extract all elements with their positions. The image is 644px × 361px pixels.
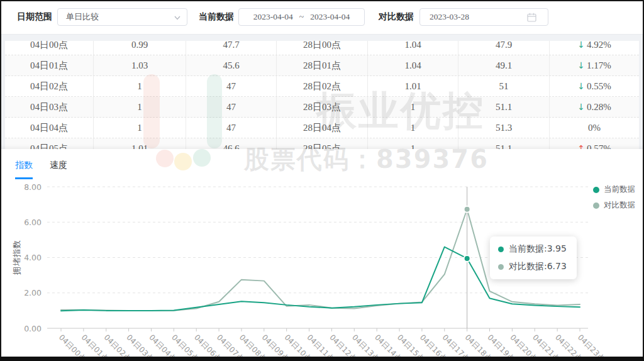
y-tick-label: 2.00 (24, 288, 42, 297)
compare-hour-cell: 28日00点 (277, 41, 368, 55)
range-separator: ~ (299, 12, 304, 22)
date-range-select-value: 单日比较 (66, 11, 99, 23)
trend-down-icon: ↓ (577, 60, 585, 70)
tooltip-text-current: 当前数据:3.95 (509, 243, 567, 255)
date-range-select[interactable]: 单日比较 (57, 8, 187, 26)
compare-data-label: 对比数据 (379, 11, 414, 23)
compare-index-cell: 1.01 (368, 76, 458, 96)
tooltip-row-current: 当前数据:3.95 (498, 243, 567, 255)
trend-down-icon: ↓ (577, 81, 585, 91)
index-cell: 1.01 (94, 138, 186, 149)
hour-cell: 04日03点 (5, 97, 94, 117)
index-cell: 1 (94, 97, 186, 117)
compare-hour-cell: 28日01点 (277, 55, 368, 75)
window-edge-left (0, 0, 1, 361)
change-cell: ↓4.92% (550, 41, 639, 55)
table-row: 04日05点1.0146.628日05点151.1↑0.57% (5, 138, 639, 149)
compare-hour-cell: 28日04点 (277, 118, 368, 138)
calendar-icon[interactable] (527, 13, 536, 22)
speed-cell: 47.7 (186, 41, 277, 55)
legend-dot-current-icon (593, 187, 599, 193)
compare-speed-cell: 51.1 (458, 97, 550, 117)
table-row: 04日02点14728日02点1.0151↓0.55% (5, 76, 639, 97)
trend-down-icon: ↓ (577, 41, 585, 50)
table-row: 04日04点14728日04点151.30% (5, 118, 639, 138)
date-range-label: 日期范围 (17, 11, 52, 23)
compare-speed-cell: 47.9 (458, 41, 550, 55)
compare-speed-cell: 51.1 (458, 138, 550, 149)
highlight-dot (464, 206, 470, 213)
index-cell: 1 (94, 118, 186, 138)
compare-index-cell: 1 (368, 138, 458, 149)
y-axis-title: 拥堵指数 (11, 240, 23, 275)
trend-up-icon: ↑ (577, 143, 585, 149)
compare-date-input[interactable]: 2023-03-28 (419, 8, 548, 26)
y-tick-label: 4.00 (24, 253, 42, 262)
index-cell: 1.03 (94, 55, 186, 75)
compare-index-cell: 1.04 (368, 55, 458, 75)
tooltip-text-compare: 对比数据:6.73 (509, 261, 567, 272)
legend-label-current: 当前数据 (604, 184, 635, 195)
hour-cell: 04日05点 (5, 138, 94, 149)
compare-index-cell: 1.04 (368, 41, 458, 55)
tooltip-dot-current-icon (498, 247, 504, 252)
speed-cell: 47 (186, 118, 277, 138)
hour-cell: 04日01点 (5, 55, 94, 75)
speed-cell: 47 (186, 97, 277, 117)
chart-legend: 当前数据 对比数据 (593, 184, 635, 211)
y-tick-label: 8.00 (24, 182, 42, 192)
change-cell: 0% (550, 118, 639, 138)
speed-cell: 47 (186, 76, 277, 96)
compare-hour-cell: 28日02点 (277, 76, 368, 96)
table-row: 04日00点0.9947.728日00点1.0447.9↓4.92% (5, 41, 639, 55)
change-cell: ↓1.17% (550, 55, 639, 75)
change-value: 0.57% (587, 143, 611, 150)
tab-index[interactable]: 指数 (15, 160, 33, 179)
filter-bar: 日期范围 单日比较 当前数据 2023-04-04 ~ 2023-04-04 对… (0, 0, 644, 35)
hour-cell: 04日04点 (5, 118, 94, 138)
index-cell: 0.99 (94, 41, 186, 55)
legend-item-compare[interactable]: 对比数据 (593, 200, 635, 211)
legend-label-compare: 对比数据 (604, 200, 635, 211)
compare-index-cell: 1 (368, 118, 458, 138)
speed-cell: 46.6 (186, 138, 277, 149)
hour-cell: 04日00点 (5, 41, 94, 55)
table-row: 04日01点1.0345.628日01点1.0449.1↓1.17% (5, 55, 639, 76)
legend-item-current[interactable]: 当前数据 (593, 184, 635, 195)
window-edge-bottom (0, 357, 644, 361)
change-value: 1.17% (587, 60, 611, 71)
trend-down-icon: ↓ (577, 102, 585, 112)
index-cell: 1 (94, 76, 186, 96)
compare-speed-cell: 51 (458, 76, 550, 96)
change-value: 0% (588, 123, 601, 133)
table-body: 04日00点0.9947.728日00点1.0447.9↓4.92%04日01点… (5, 41, 639, 149)
hour-cell: 04日02点 (5, 76, 94, 96)
range-start-date: 2023-04-04 (253, 12, 293, 22)
tab-speed[interactable]: 速度 (50, 160, 67, 179)
legend-dot-compare-icon (593, 203, 599, 209)
change-value: 4.92% (587, 41, 611, 50)
change-value: 0.55% (587, 81, 611, 92)
tooltip-dot-compare-icon (498, 264, 504, 270)
tooltip-row-compare: 对比数据:6.73 (498, 261, 567, 272)
compare-date-value: 2023-03-28 (430, 12, 469, 22)
compare-speed-cell: 49.1 (458, 55, 550, 75)
window-edge-top (0, 0, 644, 1)
table-row: 04日03点14728日03点151.1↓0.28% (5, 97, 639, 118)
highlight-dot (464, 255, 470, 262)
compare-hour-cell: 28日03点 (277, 97, 368, 117)
change-cell: ↑0.57% (550, 138, 639, 149)
chart-panel: 指数 速度 8.006.004.002.000.0004日00点04日01点04… (0, 149, 644, 357)
range-end-date: 2023-04-04 (310, 12, 350, 22)
speed-cell: 45.6 (186, 55, 277, 75)
current-date-range-input[interactable]: 2023-04-04 ~ 2023-04-04 (238, 8, 365, 26)
change-cell: ↓0.55% (550, 76, 639, 96)
change-cell: ↓0.28% (550, 97, 639, 117)
chart-tabs: 指数 速度 (0, 149, 67, 179)
chevron-down-icon (174, 14, 180, 21)
hourly-comparison-table: 04日00点0.9947.728日00点1.0447.9↓4.92%04日01点… (5, 41, 639, 149)
app-window: 日期范围 单日比较 当前数据 2023-04-04 ~ 2023-04-04 对… (0, 0, 644, 361)
chart-tooltip: 当前数据:3.95 对比数据:6.73 (490, 236, 577, 279)
y-tick-label: 0.00 (24, 324, 42, 333)
compare-index-cell: 1 (368, 97, 458, 117)
